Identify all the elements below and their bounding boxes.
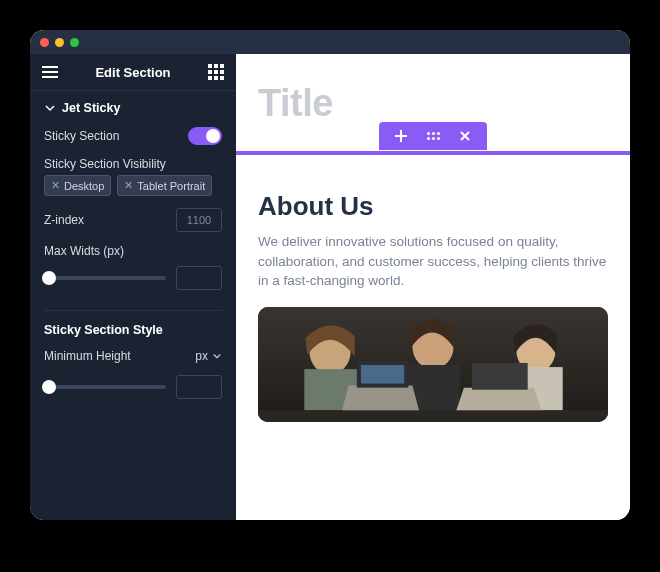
maximize-window-dot[interactable]: [70, 38, 79, 47]
minheight-unit-select[interactable]: px: [195, 349, 222, 363]
editor-canvas[interactable]: Title About Us We deliver innovative sol…: [236, 54, 630, 520]
maxwidth-label: Max Widts (px): [44, 244, 222, 258]
zindex-label: Z-index: [44, 213, 84, 227]
tag-label: Desktop: [64, 180, 104, 192]
minimize-window-dot[interactable]: [55, 38, 64, 47]
zindex-input[interactable]: [176, 208, 222, 232]
close-section-icon[interactable]: [457, 128, 473, 144]
edit-section-icon[interactable]: [425, 128, 441, 144]
svg-rect-8: [361, 365, 404, 384]
content-heading[interactable]: About Us: [258, 191, 608, 222]
visibility-tags: ✕Desktop ✕Tablet Portrait: [44, 175, 222, 196]
minheight-slider-row: [44, 375, 222, 399]
tag-tablet-portrait[interactable]: ✕Tablet Portrait: [117, 175, 212, 196]
maxwidth-slider-row: [44, 266, 222, 290]
maxwidth-slider[interactable]: [44, 276, 166, 280]
slider-thumb[interactable]: [42, 380, 56, 394]
maxwidth-group: Max Widts (px): [44, 244, 222, 290]
sidebar-body: Jet Sticky Sticky Section Sticky Section…: [30, 91, 236, 409]
content-image[interactable]: [258, 307, 608, 422]
section-toolbar: [379, 122, 487, 150]
svg-rect-10: [258, 410, 608, 422]
visibility-label: Sticky Section Visibility: [44, 157, 222, 171]
chevron-down-icon: [212, 351, 222, 361]
minheight-label: Minimum Height: [44, 349, 131, 363]
chevron-down-icon: [44, 102, 56, 114]
add-section-icon[interactable]: [393, 128, 409, 144]
app-window: Edit Section Jet Sticky Sticky Section S…: [30, 30, 630, 520]
tag-label: Tablet Portrait: [137, 180, 205, 192]
sticky-section-row: Sticky Section: [44, 127, 222, 145]
section-highlight-bar: [236, 151, 630, 155]
page-title[interactable]: Title: [258, 82, 608, 125]
sidebar-title: Edit Section: [95, 65, 170, 80]
minheight-slider[interactable]: [44, 385, 166, 389]
divider: [44, 310, 222, 311]
editor-sidebar: Edit Section Jet Sticky Sticky Section S…: [30, 54, 236, 520]
menu-icon[interactable]: [42, 66, 58, 78]
main-area: Edit Section Jet Sticky Sticky Section S…: [30, 54, 630, 520]
remove-tag-icon[interactable]: ✕: [124, 179, 133, 192]
window-titlebar: [30, 30, 630, 54]
unit-label: px: [195, 349, 208, 363]
sticky-section-toggle[interactable]: [188, 127, 222, 145]
minheight-label-row: Minimum Height px: [44, 349, 222, 363]
minheight-input[interactable]: [176, 375, 222, 399]
visibility-group: Sticky Section Visibility ✕Desktop ✕Tabl…: [44, 157, 222, 196]
remove-tag-icon[interactable]: ✕: [51, 179, 60, 192]
tag-desktop[interactable]: ✕Desktop: [44, 175, 111, 196]
sticky-section-label: Sticky Section: [44, 129, 119, 143]
widgets-icon[interactable]: [208, 64, 224, 80]
maxwidth-input[interactable]: [176, 266, 222, 290]
section-content: About Us We deliver innovative solutions…: [258, 191, 608, 422]
svg-rect-9: [472, 363, 528, 390]
accordion-label: Jet Sticky: [62, 101, 120, 115]
accordion-header[interactable]: Jet Sticky: [44, 101, 222, 115]
style-section-title: Sticky Section Style: [44, 323, 222, 337]
slider-thumb[interactable]: [42, 271, 56, 285]
close-window-dot[interactable]: [40, 38, 49, 47]
content-body[interactable]: We deliver innovative solutions focused …: [258, 232, 608, 291]
zindex-row: Z-index: [44, 208, 222, 232]
sidebar-header: Edit Section: [30, 54, 236, 91]
